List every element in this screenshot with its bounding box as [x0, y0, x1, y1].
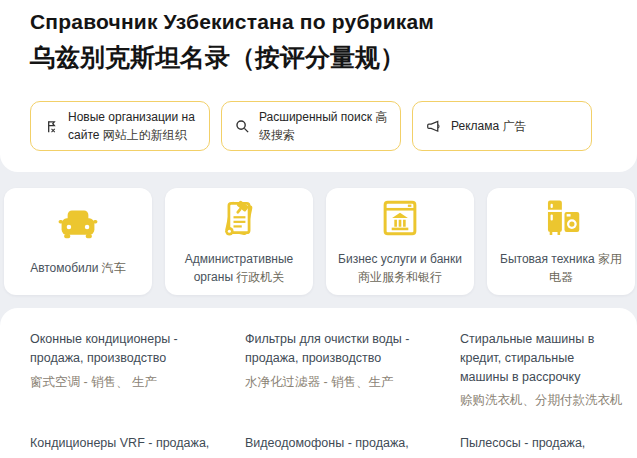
- bank-icon: [379, 197, 421, 239]
- megaphone-icon: [426, 119, 442, 134]
- link-group-video-intercoms: Видеодомофоны - продажа, производство 可视…: [245, 434, 460, 458]
- link-washing-machines-zh[interactable]: 赊购洗衣机、分期付款洗衣机: [460, 392, 623, 410]
- car-icon: [57, 206, 99, 248]
- page-title-zh: 乌兹别克斯坦名录（按评分量规）: [30, 41, 609, 74]
- flag-icon: [44, 119, 59, 134]
- header-panel: Справочник Узбекистана по рубрикам 乌兹别克斯…: [0, 0, 637, 172]
- appliances-icon: [540, 197, 582, 239]
- link-water-filters-zh[interactable]: 水净化过滤器 - 销售、生产: [245, 374, 446, 392]
- advertising-label: Реклама 广告: [451, 117, 581, 135]
- category-label: Административные органы 行政机关: [174, 251, 304, 286]
- quick-actions-row: Новые организации на сайте 网站上的新组织 Расши…: [30, 101, 609, 151]
- category-card-automobiles[interactable]: Автомобили 汽车: [4, 188, 152, 295]
- link-vrf-ac-ru[interactable]: Кондиционеры VRF - продажа, производство: [30, 434, 226, 458]
- category-label: Автомобили 汽车: [30, 260, 126, 277]
- advanced-search-button[interactable]: Расширенный поиск 高级搜索: [221, 101, 401, 151]
- category-cards-row: Автомобили 汽车 Административные органы 行政…: [0, 172, 637, 295]
- category-card-administrative[interactable]: Административные органы 行政机关: [165, 188, 313, 295]
- new-organizations-label: Новые организации на сайте 网站上的新组织: [68, 108, 199, 144]
- link-water-filters-ru[interactable]: Фильтры для очистки воды - продажа, прои…: [245, 330, 446, 368]
- link-group-vacuum-cleaners: Пылесосы - продажа, производство 真空吸尘器 -…: [460, 434, 637, 458]
- link-group-vrf-ac: Кондиционеры VRF - продажа, производство…: [30, 434, 245, 458]
- category-card-appliances[interactable]: Бытовая техника 家用电器: [487, 188, 635, 295]
- link-group-washing-machines: Стиральные машины в кредит, стиральные м…: [460, 330, 637, 410]
- rubric-links-panel: Оконные кондиционеры - продажа, производ…: [0, 308, 637, 458]
- advertising-button[interactable]: Реклама 广告: [412, 101, 592, 151]
- link-video-intercoms-ru[interactable]: Видеодомофоны - продажа, производство: [245, 434, 446, 458]
- document-gavel-icon: [217, 197, 261, 239]
- advanced-search-label: Расширенный поиск 高级搜索: [259, 108, 390, 144]
- new-organizations-button[interactable]: Новые организации на сайте 网站上的新组织: [30, 101, 210, 151]
- link-vacuum-cleaners-ru[interactable]: Пылесосы - продажа, производство: [460, 434, 623, 458]
- link-window-ac-zh[interactable]: 窗式空调 - 销售、 生产: [30, 374, 231, 392]
- link-group-window-ac: Оконные кондиционеры - продажа, производ…: [30, 330, 245, 410]
- category-label: Бизнес услуги и банки 商业服务和银行: [335, 251, 465, 286]
- link-group-water-filters: Фильтры для очистки воды - продажа, прои…: [245, 330, 460, 410]
- category-label: Бытовая техника 家用电器: [496, 251, 626, 286]
- search-icon: [235, 119, 250, 134]
- category-card-business-banks[interactable]: Бизнес услуги и банки 商业服务和银行: [326, 188, 474, 295]
- page-title-ru: Справочник Узбекистана по рубрикам: [30, 10, 609, 34]
- link-window-ac-ru[interactable]: Оконные кондиционеры - продажа, производ…: [30, 330, 226, 368]
- link-washing-machines-ru[interactable]: Стиральные машины в кредит, стиральные м…: [460, 330, 623, 386]
